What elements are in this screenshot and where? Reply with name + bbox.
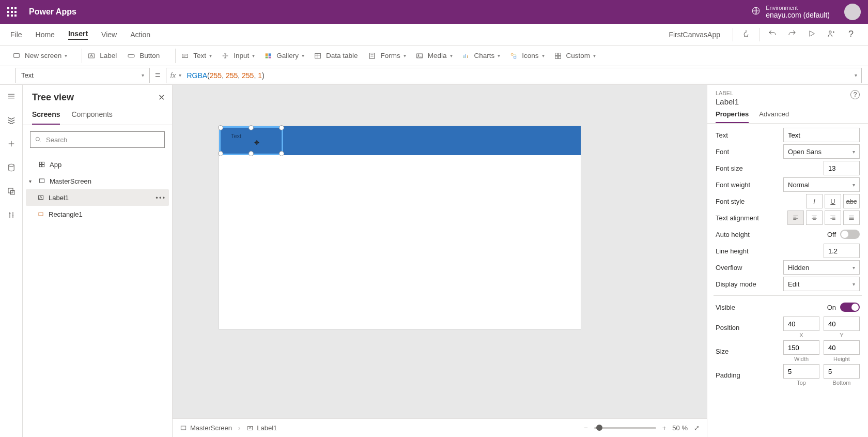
new-screen-button[interactable]: New screen▾ <box>12 52 67 60</box>
environment-value: enayu.com (default) <box>766 11 830 19</box>
zoom-slider[interactable] <box>594 427 656 429</box>
insert-gallery-menu[interactable]: Gallery▾ <box>264 52 304 60</box>
insert-icons-menu[interactable]: Icons▾ <box>509 52 544 60</box>
resize-handle[interactable] <box>279 125 284 130</box>
close-icon[interactable]: ✕ <box>158 93 165 102</box>
formula-input[interactable]: fx ▾ RGBA(255, 255, 255, 1) ▾ <box>166 68 862 83</box>
help-icon[interactable]: ? <box>850 90 860 99</box>
breadcrumb-screen[interactable]: MasterScreen <box>180 424 232 432</box>
chevron-down-icon[interactable]: ▾ <box>855 72 857 78</box>
help-icon[interactable]: ? <box>841 29 861 40</box>
tree-node-screen[interactable]: ▾ MasterScreen <box>26 173 169 189</box>
menu-home[interactable]: Home <box>36 31 55 39</box>
insert-custom-menu[interactable]: Custom▾ <box>554 52 596 60</box>
undo-icon[interactable] <box>763 29 782 40</box>
property-selector[interactable]: Text ▾ <box>16 68 150 83</box>
breadcrumb-control[interactable]: Label1 <box>246 424 277 432</box>
prop-fontweight-select[interactable]: Normal▾ <box>783 177 860 192</box>
screen-canvas[interactable]: Text ✥ <box>219 126 581 329</box>
insert-custom-label: Custom <box>566 52 591 59</box>
insert-label-button[interactable]: Label <box>87 52 118 60</box>
insert-button-button[interactable]: Button <box>127 52 161 60</box>
tree-node-app[interactable]: App <box>26 156 169 173</box>
prop-fontsize-input[interactable] <box>824 161 860 175</box>
prop-overflow-select[interactable]: Hidden▾ <box>783 260 860 275</box>
resize-handle[interactable] <box>249 151 254 156</box>
more-icon[interactable]: ••• <box>156 194 166 202</box>
resize-handle[interactable] <box>218 125 223 130</box>
chevron-down-icon: ▾ <box>209 53 212 58</box>
insert-media-label: Media <box>428 52 447 59</box>
tab-properties[interactable]: Properties <box>716 110 749 123</box>
redo-icon[interactable] <box>782 29 802 40</box>
resize-handle[interactable] <box>279 151 284 156</box>
environment-picker[interactable]: Environment enayu.com (default) <box>766 5 830 20</box>
chevron-down-icon[interactable]: ▾ <box>29 178 34 184</box>
prop-position-y[interactable] <box>824 317 860 331</box>
svg-rect-6 <box>266 53 268 56</box>
menu-action[interactable]: Action <box>130 31 150 39</box>
svg-point-20 <box>8 164 14 167</box>
tab-screens[interactable]: Screens <box>32 106 60 125</box>
align-center-button[interactable] <box>806 210 823 225</box>
insert-charts-menu[interactable]: Charts▾ <box>462 52 501 60</box>
data-icon[interactable] <box>6 162 17 173</box>
app-launcher-icon[interactable] <box>7 7 17 17</box>
tab-advanced[interactable]: Advanced <box>759 110 789 123</box>
strikethrough-button[interactable]: abc <box>843 194 860 208</box>
svg-rect-2 <box>14 53 20 57</box>
menu-insert[interactable]: Insert <box>68 29 88 40</box>
hamburger-icon[interactable] <box>6 91 17 101</box>
move-cursor-icon: ✥ <box>254 139 259 146</box>
tree-view-icon[interactable] <box>6 115 17 125</box>
align-right-button[interactable] <box>825 210 841 225</box>
prop-visible-label: Visible <box>716 304 827 311</box>
resize-handle[interactable] <box>218 151 223 156</box>
fit-to-screen-icon[interactable]: ⤢ <box>694 424 700 432</box>
prop-size-w[interactable] <box>783 340 819 355</box>
zoom-out-button[interactable]: − <box>584 424 588 432</box>
align-left-button[interactable] <box>787 210 804 225</box>
tree-node-rectangle1[interactable]: Rectangle1 <box>26 206 169 222</box>
prop-lineheight-input[interactable] <box>824 244 860 258</box>
insert-icons-label: Icons <box>522 52 538 59</box>
prop-position-x[interactable] <box>783 317 819 331</box>
media-panel-icon[interactable] <box>6 186 17 197</box>
prop-size-label: Size <box>716 348 783 355</box>
tab-components[interactable]: Components <box>71 106 112 125</box>
italic-button[interactable]: I <box>806 194 823 208</box>
underline-button[interactable]: U <box>825 194 841 208</box>
prop-font-select[interactable]: Open Sans▾ <box>783 144 860 159</box>
align-justify-button[interactable] <box>843 210 860 225</box>
prop-visible-toggle[interactable] <box>840 303 860 312</box>
search-icon <box>35 136 42 143</box>
svg-rect-19 <box>558 56 561 58</box>
insert-media-menu[interactable]: Media▾ <box>415 52 453 60</box>
selection-box[interactable]: Text ✥ <box>219 126 283 155</box>
advanced-tools-icon[interactable] <box>6 210 17 220</box>
prop-autoheight-toggle[interactable] <box>840 230 860 239</box>
share-icon[interactable] <box>822 29 841 40</box>
play-icon[interactable] <box>802 29 822 40</box>
app-checker-icon[interactable] <box>736 29 756 40</box>
prop-text-input[interactable] <box>783 128 860 142</box>
insert-text-menu[interactable]: Text▾ <box>181 52 212 60</box>
add-icon[interactable] <box>6 139 17 149</box>
search-input[interactable]: Search <box>30 131 165 148</box>
insert-datatable-button[interactable]: Data table <box>314 52 359 60</box>
zoom-in-button[interactable]: + <box>662 424 667 432</box>
prop-displaymode-select[interactable]: Edit▾ <box>783 277 860 291</box>
insert-forms-menu[interactable]: Forms▾ <box>368 52 406 60</box>
left-rail <box>0 85 23 437</box>
tree-node-label1[interactable]: Label1 ••• <box>26 189 169 206</box>
resize-handle[interactable] <box>249 125 254 130</box>
menu-view[interactable]: View <box>101 31 117 39</box>
insert-input-menu[interactable]: Input▾ <box>221 52 255 60</box>
prop-padding-top[interactable] <box>783 364 819 379</box>
insert-gallery-label: Gallery <box>276 52 299 59</box>
prop-size-h[interactable] <box>824 340 860 355</box>
user-avatar[interactable] <box>844 4 861 20</box>
menu-file[interactable]: File <box>10 31 22 39</box>
prop-padding-bottom[interactable] <box>824 364 860 379</box>
canvas-area[interactable]: Text ✥ MasterScreen › Label1 − <box>173 85 707 437</box>
